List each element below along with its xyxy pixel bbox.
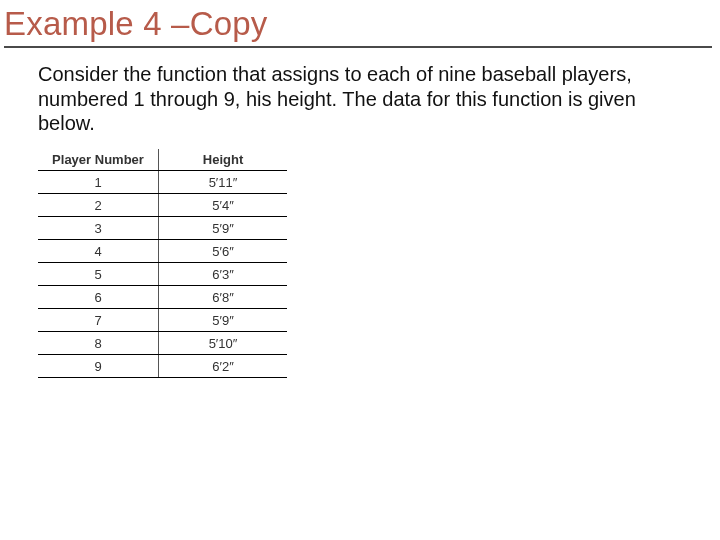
height-table: Player Number Height 1 5′11″ 2 5′4″ 3 5′… xyxy=(38,149,287,378)
cell-height: 5′9″ xyxy=(159,217,288,240)
cell-height: 6′2″ xyxy=(159,355,288,378)
table-row: 7 5′9″ xyxy=(38,309,287,332)
table-row: 3 5′9″ xyxy=(38,217,287,240)
table-row: 1 5′11″ xyxy=(38,171,287,194)
cell-player: 7 xyxy=(38,309,159,332)
cell-player: 4 xyxy=(38,240,159,263)
cell-height: 5′6″ xyxy=(159,240,288,263)
cell-player: 3 xyxy=(38,217,159,240)
cell-player: 5 xyxy=(38,263,159,286)
table-row: 5 6′3″ xyxy=(38,263,287,286)
cell-player: 8 xyxy=(38,332,159,355)
table-row: 4 5′6″ xyxy=(38,240,287,263)
cell-player: 1 xyxy=(38,171,159,194)
cell-player: 2 xyxy=(38,194,159,217)
cell-height: 5′11″ xyxy=(159,171,288,194)
slide-container: { "title": "Example 4 –Copy", "body": "C… xyxy=(0,0,720,540)
cell-height: 5′10″ xyxy=(159,332,288,355)
cell-height: 6′3″ xyxy=(159,263,288,286)
cell-player: 9 xyxy=(38,355,159,378)
table-row: 2 5′4″ xyxy=(38,194,287,217)
cell-height: 5′9″ xyxy=(159,309,288,332)
col-header-height: Height xyxy=(159,149,288,171)
cell-player: 6 xyxy=(38,286,159,309)
table-row: 6 6′8″ xyxy=(38,286,287,309)
table-row: 9 6′2″ xyxy=(38,355,287,378)
title-area: Example 4 –Copy xyxy=(0,0,720,48)
cell-height: 6′8″ xyxy=(159,286,288,309)
table-row: 8 5′10″ xyxy=(38,332,287,355)
cell-height: 5′4″ xyxy=(159,194,288,217)
table-header-row: Player Number Height xyxy=(38,149,287,171)
table-container: Player Number Height 1 5′11″ 2 5′4″ 3 5′… xyxy=(0,135,720,378)
col-header-player: Player Number xyxy=(38,149,159,171)
page-title: Example 4 –Copy xyxy=(4,6,712,48)
body-paragraph: Consider the function that assigns to ea… xyxy=(0,48,718,135)
